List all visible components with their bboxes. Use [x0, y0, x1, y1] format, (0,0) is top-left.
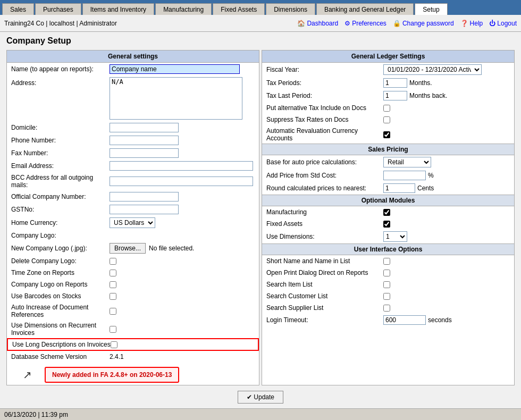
- barcodes-label: Use Barcodes on Stocks: [11, 292, 110, 300]
- logo-reports-checkbox[interactable]: [110, 281, 116, 288]
- name-input[interactable]: [110, 64, 240, 74]
- auto-increase-row: Auto Increase of Document References: [7, 302, 259, 320]
- header-actions: 🏠 Dashboard ⚙ Preferences 🔒 Change passw…: [297, 20, 517, 27]
- callout-area: ↗ Newly added in FA 2.4.8+ on 2020-06-13: [7, 363, 259, 385]
- auto-increase-checkbox[interactable]: [110, 308, 116, 315]
- base-price-label: Base for auto price calculations:: [266, 158, 383, 166]
- bcc-input[interactable]: [110, 177, 253, 186]
- lock-icon: 🔒: [393, 20, 401, 27]
- optional-modules-header: Optional Modules: [262, 195, 514, 206]
- email-input[interactable]: [110, 161, 253, 171]
- fax-input[interactable]: [110, 148, 179, 158]
- tax-periods-input[interactable]: [383, 78, 407, 88]
- change-password-link[interactable]: 🔒 Change password: [393, 20, 454, 27]
- email-row: Email Address:: [7, 159, 259, 172]
- search-supplier-checkbox[interactable]: [383, 305, 390, 312]
- delete-logo-checkbox[interactable]: [110, 258, 116, 265]
- search-customer-checkbox[interactable]: [383, 293, 390, 300]
- bcc-row: BCC Address for all outgoing mails:: [7, 172, 259, 190]
- currency-label: Home Currency:: [11, 219, 110, 226]
- delete-logo-row: Delete Company Logo:: [7, 255, 259, 267]
- auto-revaluation-checkbox[interactable]: [383, 131, 390, 138]
- official-label: Official Company Number:: [11, 193, 110, 200]
- add-price-input[interactable]: [383, 171, 426, 180]
- tab-sales[interactable]: Sales: [2, 3, 34, 15]
- dashboard-link[interactable]: 🏠 Dashboard: [297, 20, 338, 27]
- alt-tax-row: Put alternative Tax Include on Docs: [262, 102, 514, 114]
- tab-dimensions[interactable]: Dimensions: [266, 3, 315, 15]
- db-scheme-value: 2.4.1: [110, 353, 124, 360]
- fiscal-year-select[interactable]: 01/01/2020 - 12/31/2020 Active: [383, 64, 482, 75]
- logout-link[interactable]: ⏻ Logout: [489, 20, 517, 27]
- email-label: Email Address:: [11, 162, 110, 170]
- bcc-label: BCC Address for all outgoing mails:: [11, 174, 110, 189]
- fiscal-year-row: Fiscal Year: 01/01/2020 - 12/31/2020 Act…: [262, 63, 514, 77]
- manufacturing-checkbox[interactable]: [383, 209, 390, 216]
- timezone-checkbox[interactable]: [110, 270, 116, 276]
- suppress-tax-label: Suppress Tax Rates on Docs: [266, 116, 383, 123]
- short-name-label: Short Name and Name in List: [266, 257, 383, 265]
- fixed-assets-checkbox[interactable]: [383, 221, 390, 228]
- gst-input[interactable]: [110, 205, 179, 214]
- long-descriptions-label: Use Long Descriptions on Invoices: [12, 341, 111, 348]
- suppress-tax-row: Suppress Tax Rates on Docs: [262, 114, 514, 125]
- tab-items-inventory[interactable]: Items and Inventory: [82, 3, 154, 15]
- round-price-row: Round calculated prices to nearest: Cent…: [262, 182, 514, 195]
- domicile-row: Domicile:: [7, 121, 259, 134]
- auto-revaluation-label: Automatic Revaluation Currency Accounts: [266, 127, 383, 142]
- domicile-input[interactable]: [110, 123, 179, 132]
- address-row: Address: N/A: [7, 75, 259, 121]
- fiscal-year-value: 01/01/2020 - 12/31/2020 Active: [383, 64, 482, 75]
- dimensions-recurrent-label: Use Dimensions on Recurrent Invoices: [11, 322, 110, 337]
- add-price-suffix: %: [428, 172, 434, 179]
- delete-logo-label: Delete Company Logo:: [11, 257, 110, 265]
- search-supplier-row: Search Supplier List: [262, 302, 514, 314]
- tab-setup[interactable]: Setup: [415, 3, 447, 15]
- status-bar: 06/13/2020 | 11:39 pm: [0, 408, 521, 420]
- currency-select[interactable]: US Dollars: [110, 217, 155, 228]
- tab-manufacturing[interactable]: Manufacturing: [155, 3, 212, 15]
- logo-reports-row: Company Logo on Reports: [7, 279, 259, 290]
- official-input[interactable]: [110, 192, 179, 201]
- official-row: Official Company Number:: [7, 190, 259, 203]
- manufacturing-label: Manufacturing: [266, 208, 383, 216]
- alt-tax-checkbox[interactable]: [383, 105, 390, 112]
- main-layout: General settings Name (to appear on repo…: [6, 50, 515, 385]
- update-button[interactable]: ✔ Update: [238, 391, 283, 404]
- db-scheme-row: Database Scheme Version 2.4.1: [7, 351, 259, 363]
- search-item-row: Search Item List: [262, 279, 514, 290]
- preferences-icon: ⚙: [344, 20, 350, 27]
- round-price-label: Round calculated prices to nearest:: [266, 184, 383, 192]
- tab-purchases[interactable]: Purchases: [35, 3, 81, 15]
- tab-banking[interactable]: Banking and General Ledger: [316, 3, 414, 15]
- base-price-select[interactable]: Retail: [383, 157, 431, 167]
- name-label: Name (to appear on reports):: [11, 65, 110, 73]
- browse-button[interactable]: Browse...: [110, 243, 146, 254]
- use-dimensions-row: Use Dimensions: 1: [262, 230, 514, 243]
- general-settings-header: General settings: [7, 51, 259, 63]
- gst-label: GSTNo:: [11, 206, 110, 213]
- dimensions-select[interactable]: 1: [383, 231, 407, 242]
- no-file-text: No file selected.: [149, 245, 194, 252]
- tax-last-period-suffix: Months back.: [409, 92, 447, 99]
- preferences-link[interactable]: ⚙ Preferences: [344, 20, 386, 27]
- alt-tax-label: Put alternative Tax Include on Docs: [266, 104, 383, 112]
- tab-fixed-assets[interactable]: Fixed Assets: [213, 3, 265, 15]
- address-textarea[interactable]: N/A: [110, 77, 242, 120]
- barcodes-checkbox[interactable]: [110, 293, 116, 300]
- currency-row: Home Currency: US Dollars: [7, 216, 259, 230]
- round-price-input[interactable]: [383, 183, 415, 193]
- search-item-checkbox[interactable]: [383, 281, 390, 288]
- open-print-checkbox[interactable]: [383, 270, 390, 276]
- phone-input[interactable]: [110, 136, 179, 145]
- login-timeout-input[interactable]: [383, 315, 426, 325]
- add-price-label: Add Price from Std Cost:: [266, 172, 383, 179]
- tax-last-period-input[interactable]: [383, 91, 407, 100]
- help-link[interactable]: ❓ Help: [460, 20, 483, 27]
- short-name-checkbox[interactable]: [383, 258, 390, 265]
- dimensions-recurrent-checkbox[interactable]: [110, 326, 116, 333]
- manufacturing-row: Manufacturing: [262, 206, 514, 218]
- phone-label: Phone Number:: [11, 137, 110, 144]
- suppress-tax-checkbox[interactable]: [383, 116, 390, 123]
- long-descriptions-checkbox[interactable]: [111, 341, 117, 348]
